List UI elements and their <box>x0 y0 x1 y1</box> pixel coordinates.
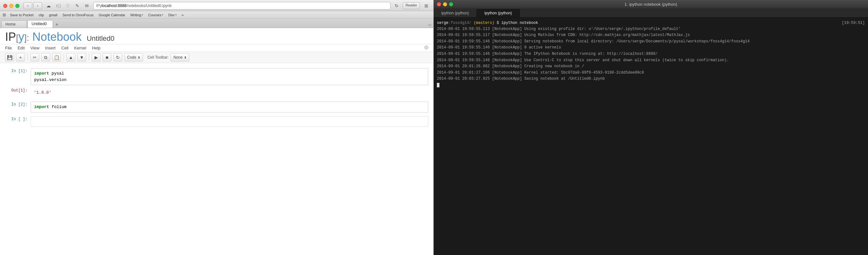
notebook-header: IP[y]: Notebook Untitled0 <box>0 28 433 44</box>
term-log-3: 2014-09-01 19:59:55.146 [NotebookApp] Se… <box>437 39 865 45</box>
tab-untitled0[interactable]: Untitled0 <box>28 20 53 28</box>
bookmarks-grid-icon[interactable]: ⊞ <box>3 12 6 17</box>
bookmarks-overflow[interactable]: » <box>180 13 185 17</box>
menu-cell[interactable]: Cell <box>61 45 68 50</box>
share-icon[interactable]: ↑□ <box>54 2 62 9</box>
menu-file[interactable]: File <box>5 45 12 50</box>
cell-body-out-1: '1.8.0' <box>31 88 428 98</box>
menu-help[interactable]: Help <box>92 45 101 50</box>
stop-button[interactable]: ■ <box>102 53 112 62</box>
traffic-lights <box>3 4 20 8</box>
copy-button[interactable]: ⧉ <box>41 53 50 62</box>
cell-body-in-2[interactable]: import folium <box>31 102 428 112</box>
cell-type-value: Code <box>127 55 136 60</box>
browser-panel: ‹ › ☁ ↑□ ♡ ✎ ✉ IPy localhost:8888/notebo… <box>0 0 434 255</box>
term-minimize-button[interactable] <box>443 2 447 6</box>
term-maximize-button[interactable] <box>449 2 453 6</box>
term-cursor-line <box>437 82 865 88</box>
term-tab-1[interactable]: ipython (python) <box>434 9 477 17</box>
cell-out-1: Out[1]: '1.8.0' <box>5 88 428 98</box>
close-button[interactable] <box>3 4 7 8</box>
bookmark-send-to-omnifocus[interactable]: Send to OmniFocus <box>61 13 95 17</box>
reader-button[interactable]: Reader <box>403 2 420 9</box>
notebook-content: IP[y]: Notebook Untitled0 File Edit View… <box>0 28 433 255</box>
cut-button[interactable]: ✂ <box>30 53 39 62</box>
bookmark-writing[interactable]: File Writing ▾ <box>129 13 144 17</box>
term-log-6: 2014-09-01 19:59:55.146 [NotebookApp] Us… <box>437 58 865 64</box>
terminal-titlebar: 1. ipython notebook (python) <box>434 0 868 9</box>
notebook-toolbar: 💾 + ✂ ⧉ 📋 ▲ ▼ ▶ ■ ↻ Code ⬍ Cell Toolbar:… <box>0 52 433 63</box>
address-bar[interactable]: IPy localhost:8888/notebooks/Untitled0.i… <box>93 2 391 9</box>
cell-line-3: import folium <box>34 104 425 110</box>
cell-type-select[interactable]: Code ⬍ <box>124 53 143 62</box>
tabs-bar: Home Untitled0 + ▭ <box>0 19 433 28</box>
minimize-button[interactable] <box>9 4 13 8</box>
cell-in-empty: In [ ]: <box>5 116 428 127</box>
bookmark-icon[interactable]: ♡ <box>64 2 71 9</box>
cell-toolbar-arrow-icon: ⬍ <box>184 56 186 59</box>
term-log-7: 2014-09-01 20:01:26.082 [NotebookApp] Cr… <box>437 64 865 70</box>
bookmark-gmail[interactable]: gmail <box>48 13 59 17</box>
paste-button[interactable]: 📋 <box>52 53 61 62</box>
terminal-panel: 1. ipython notebook (python) ipython (py… <box>434 0 868 255</box>
new-tab-button[interactable]: + <box>54 21 60 28</box>
term-log-8: 2014-09-01 20:01:27.106 [NotebookApp] Ke… <box>437 70 865 76</box>
term-log-5: 2014-09-01 19:59:55.146 [NotebookApp] Th… <box>437 51 865 57</box>
bookmark-courses[interactable]: Courses ▾ <box>147 13 164 17</box>
run-button[interactable]: ▶ <box>92 53 101 62</box>
reload-button[interactable]: ↻ <box>393 2 400 9</box>
address-scheme: IPy <box>96 3 101 8</box>
term-tab-2[interactable]: ipython (python) <box>477 9 520 17</box>
bookmark-google-calendar[interactable]: Google Calendar <box>97 13 126 17</box>
address-path: /notebooks/Untitled0.ipynb <box>126 3 172 8</box>
bookmark-dev[interactable]: Dev ▾ <box>167 13 178 17</box>
courses-chevron-icon: ▾ <box>162 13 163 16</box>
term-line-prompt: serge:foss4g14/ (masterx) $ ipython note… <box>437 20 865 26</box>
term-log-1: 2014-09-01 19:59:55.113 [NotebookApp] Us… <box>437 26 865 32</box>
menu-view[interactable]: View <box>30 45 39 50</box>
maximize-button[interactable] <box>15 4 20 8</box>
term-log-9: 2014-09-01 20:03:27.925 [NotebookApp] Sa… <box>437 76 865 82</box>
bookmark-clip[interactable]: clip <box>37 13 45 17</box>
cell-line-2: pysal.version <box>34 77 425 83</box>
add-cell-button[interactable]: + <box>16 53 25 62</box>
back-button[interactable]: ‹ <box>23 2 32 9</box>
sidebar-toggle-icon[interactable]: ⊞ <box>423 2 430 9</box>
terminal-body[interactable]: serge:foss4g14/ (masterx) $ ipython note… <box>434 17 868 255</box>
notebook-cells: In [1]: import pysal pysal.version Out[1… <box>0 63 433 255</box>
bookmark-save-to-pocket[interactable]: Save to Pocket <box>9 13 35 17</box>
notebook-title[interactable]: Untitled0 <box>87 34 114 43</box>
move-up-button[interactable]: ▲ <box>66 53 75 62</box>
cell-toolbar-select[interactable]: None ⬍ <box>170 53 189 62</box>
menu-insert[interactable]: Insert <box>45 45 56 50</box>
terminal-title: 1. ipython notebook (python) <box>625 2 677 7</box>
cell-body-in-1[interactable]: import pysal pysal.version <box>31 68 428 85</box>
cell-body-empty[interactable] <box>31 116 428 127</box>
cell-in-2: In [2]: import folium <box>5 102 428 112</box>
cell-label-in-1: In [1]: <box>5 68 31 85</box>
save-button[interactable]: 💾 <box>5 53 14 62</box>
toolbar-icons: ☁ ↑□ ♡ ✎ ✉ <box>45 2 91 9</box>
move-down-button[interactable]: ▼ <box>77 53 86 62</box>
terminal-tabs: ipython (python) ipython (python) <box>434 9 868 17</box>
tab-home[interactable]: Home <box>1 21 27 28</box>
cell-line-1: import pysal <box>34 70 425 77</box>
term-log-4: 2014-09-01 19:59:55.146 [NotebookApp] 0 … <box>437 45 865 51</box>
address-host: localhost:8888 <box>101 3 126 8</box>
toolbar-divider-3 <box>89 54 89 61</box>
bookmarks-bar: ⊞ Save to Pocket clip gmail Send to Omni… <box>0 11 433 19</box>
term-close-button[interactable] <box>437 2 441 6</box>
forward-button[interactable]: › <box>33 2 42 9</box>
menu-edit[interactable]: Edit <box>18 45 25 50</box>
menu-kernel[interactable]: Kernel <box>74 45 86 50</box>
logo-ip: IP <box>5 30 16 43</box>
comment-icon[interactable]: ✉ <box>83 2 91 9</box>
term-log-2: 2014-09-01 19:59:55.117 [NotebookApp] Us… <box>437 32 865 38</box>
pen-icon[interactable]: ✎ <box>73 2 81 9</box>
cell-label-out-1: Out[1]: <box>5 88 31 98</box>
nav-arrows: ‹ › <box>23 2 42 9</box>
cloud-icon[interactable]: ☁ <box>45 2 52 9</box>
terminal-traffic-lights <box>437 2 453 6</box>
dev-chevron-icon: ▾ <box>175 13 177 16</box>
restart-button[interactable]: ↻ <box>113 53 122 62</box>
